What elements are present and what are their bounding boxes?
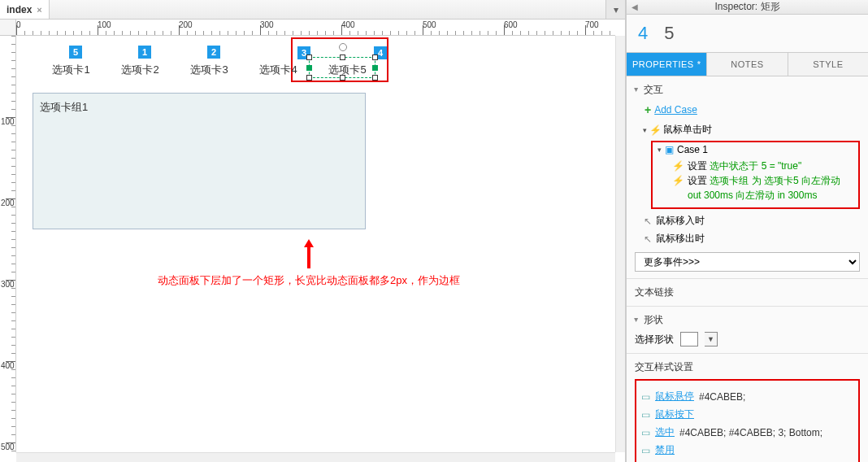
canvas-pane: index × ▾ 0100200300400500600700 1002003… <box>0 0 626 462</box>
ix-row-selected[interactable]: ▭ 选中 #4CABEB; #4CABEB; 3; Bottom; <box>641 425 853 439</box>
action-icon: ⚡ <box>672 159 684 173</box>
edge-handle[interactable] <box>372 65 378 71</box>
ruler-corner <box>0 20 16 36</box>
canvas-viewport[interactable]: 选项卡15选项卡21选项卡32选项卡4选项卡5 3 4 选项卡组1 动态面板下层… <box>16 36 625 462</box>
scrollbar-vertical[interactable] <box>615 36 625 452</box>
tab-style[interactable]: STYLE <box>788 53 868 76</box>
add-case-link[interactable]: Add Case <box>654 104 697 116</box>
widget-badge: 5 <box>69 46 82 59</box>
selected-icon: ▭ <box>641 427 650 438</box>
resize-handle[interactable] <box>306 75 312 81</box>
ruler-horizontal[interactable]: 0100200300400500600700 <box>16 20 615 36</box>
resize-handle[interactable] <box>372 54 378 60</box>
section-interactions: ▸ 交互 + Add Case ▾ ⚡ 鼠标单击时 ▾ ▣ Case 1 ⚡ <box>627 76 868 279</box>
resize-handle[interactable] <box>372 75 378 81</box>
coord-y: 5 <box>664 23 674 44</box>
plus-icon: + <box>644 103 651 116</box>
case-icon: ▣ <box>665 144 674 155</box>
widget-badge: 2 <box>207 46 220 59</box>
tab-widget-3[interactable]: 选项卡32 <box>175 60 244 80</box>
inspector-tabs: PROPERTIES* NOTES STYLE <box>627 52 868 76</box>
tab-widget-1[interactable]: 选项卡15 <box>37 60 106 80</box>
tab-properties[interactable]: PROPERTIES* <box>627 53 707 76</box>
resize-handle[interactable] <box>340 54 345 60</box>
scrollbar-horizontal[interactable] <box>16 452 615 462</box>
tabbar-menu-button[interactable]: ▾ <box>605 0 625 19</box>
mousedown-icon: ▭ <box>641 409 650 421</box>
coord-x: 4 <box>638 23 648 44</box>
lightning-icon: ⚡ <box>650 125 660 135</box>
arrow-up-icon <box>301 238 317 270</box>
cursor-icon: ↖ <box>643 216 653 226</box>
file-tabbar: index × ▾ <box>0 0 625 20</box>
ix-row-mousedown[interactable]: ▭ 鼠标按下 <box>641 408 853 421</box>
shape-swatch[interactable] <box>680 332 698 346</box>
panel-label: 选项卡组1 <box>40 101 88 113</box>
chevron-down-icon: ▸ <box>632 88 641 92</box>
ix-styles-block: ▭ 鼠标悬停 #4CABEB; ▭ 鼠标按下 ▭ 选中 #4CABEB; #4C… <box>635 379 860 462</box>
hover-icon: ▭ <box>641 391 650 403</box>
ruler-vertical[interactable]: 100200300400500 <box>0 36 16 452</box>
annotation-text: 动态面板下层加了一个矩形，长宽比动态面板都多2px，作为边框 <box>146 238 471 288</box>
inspector-panel: Inspector: 矩形 4 5 PROPERTIES* NOTES STYL… <box>626 0 868 462</box>
section-header-ixstyles: 交互样式设置 <box>635 360 860 374</box>
widget-badge: 1 <box>138 46 151 59</box>
chevron-down-icon: ▸ <box>632 318 641 322</box>
action-icon: ⚡ <box>672 173 684 188</box>
section-header-textlink[interactable]: 文本链接 <box>635 285 860 299</box>
section-header-shape[interactable]: ▸ 形状 <box>635 313 860 327</box>
event-click[interactable]: ▾ ⚡ 鼠标单击时 <box>643 123 860 137</box>
tab-notes[interactable]: NOTES <box>707 53 788 76</box>
section-header-interactions[interactable]: ▸ 交互 <box>635 83 860 97</box>
event-mouseleave[interactable]: ↖ 鼠标移出时 <box>643 232 860 246</box>
shape-select-label: 选择形状 <box>635 333 674 346</box>
event-tree: ▾ ⚡ 鼠标单击时 ▾ ▣ Case 1 ⚡ 设置 选中状态于 5 = "tru… <box>643 123 860 246</box>
file-tab-label: index <box>7 4 32 15</box>
case-row[interactable]: ▾ ▣ Case 1 <box>658 144 857 155</box>
more-events-select[interactable]: 更多事件>>> <box>635 252 860 272</box>
ix-row-hover[interactable]: ▭ 鼠标悬停 #4CABEB; <box>641 390 853 403</box>
more-events-row: 更多事件>>> <box>635 252 860 272</box>
resize-handle[interactable] <box>340 75 345 81</box>
coordinate-row: 4 5 <box>627 15 868 52</box>
tab-widget-4[interactable]: 选项卡4 <box>244 60 313 80</box>
tab-widget-2[interactable]: 选项卡21 <box>106 60 175 80</box>
triangle-down-icon: ▾ <box>643 126 647 134</box>
action-row-2[interactable]: ⚡ 设置 选项卡组 为 选项卡5 向左滑动 out 300ms 向左滑动 in … <box>672 173 857 203</box>
shape-select-row: 选择形状 ▼ <box>635 332 860 346</box>
edge-handle[interactable] <box>306 65 312 71</box>
add-case-row[interactable]: + Add Case <box>644 103 860 116</box>
event-mouseenter[interactable]: ↖ 鼠标移入时 <box>643 214 860 228</box>
connection-point-icon[interactable] <box>339 43 347 51</box>
action-row-1[interactable]: ⚡ 设置 选中状态于 5 = "true" <box>672 159 857 173</box>
inspector-title: Inspector: 矩形 <box>627 0 868 15</box>
section-ix-styles: 交互样式设置 ▭ 鼠标悬停 #4CABEB; ▭ 鼠标按下 ▭ 选中 #4CAB… <box>627 354 868 462</box>
close-icon[interactable]: × <box>37 5 41 15</box>
file-tab-index[interactable]: index × <box>0 0 50 19</box>
dynamic-panel-widget[interactable]: 选项卡组1 <box>33 93 366 229</box>
section-shape: ▸ 形状 选择形状 ▼ <box>627 307 868 354</box>
selection-box[interactable]: 3 4 <box>309 57 375 78</box>
triangle-down-icon: ▾ <box>658 146 662 154</box>
resize-handle[interactable] <box>306 54 312 60</box>
section-textlink: 文本链接 <box>627 279 868 307</box>
cursor-icon: ↖ <box>643 234 653 244</box>
case-block: ▾ ▣ Case 1 ⚡ 设置 选中状态于 5 = "true" ⚡ 设置 选项… <box>651 141 860 209</box>
disabled-icon: ▭ <box>641 445 650 456</box>
ix-row-disabled[interactable]: ▭ 禁用 <box>641 443 853 457</box>
dropdown-button[interactable]: ▼ <box>705 332 718 346</box>
